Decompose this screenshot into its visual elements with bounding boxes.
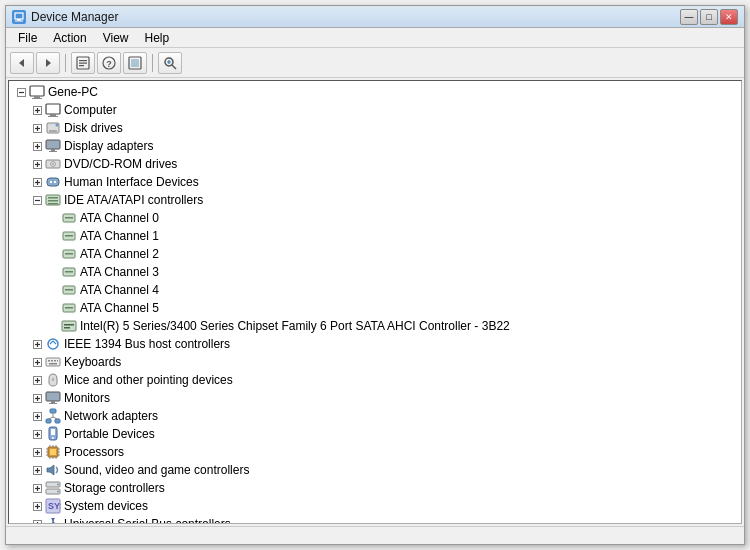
tree-item-gene-pc[interactable]: Gene-PC bbox=[9, 83, 741, 101]
expander-icon[interactable] bbox=[13, 84, 29, 100]
menu-file[interactable]: File bbox=[10, 29, 45, 47]
tree-item-ata-ch5[interactable]: ATA Channel 5 bbox=[9, 299, 741, 317]
expander-icon[interactable] bbox=[29, 174, 45, 190]
system-icon: SYS bbox=[45, 498, 61, 514]
menu-help[interactable]: Help bbox=[137, 29, 178, 47]
svg-rect-54 bbox=[48, 203, 58, 205]
tree-label: Intel(R) 5 Series/3400 Series Chipset Fa… bbox=[80, 319, 510, 333]
expander-icon[interactable] bbox=[45, 246, 61, 262]
tree-item-storage-controllers[interactable]: Storage controllers bbox=[9, 479, 741, 497]
expander-icon[interactable] bbox=[29, 192, 45, 208]
tree-label: ATA Channel 1 bbox=[80, 229, 159, 243]
tree-item-ata-ch2[interactable]: ATA Channel 2 bbox=[9, 245, 741, 263]
expander-icon[interactable] bbox=[29, 426, 45, 442]
tree-item-ata-ch1[interactable]: ATA Channel 1 bbox=[9, 227, 741, 245]
expander-icon[interactable] bbox=[29, 480, 45, 496]
tree-label: Computer bbox=[64, 103, 117, 117]
expander-icon[interactable] bbox=[45, 282, 61, 298]
tree-item-processors[interactable]: Processors bbox=[9, 443, 741, 461]
expander-icon[interactable] bbox=[45, 300, 61, 316]
tree-item-disk-drives[interactable]: Disk drives bbox=[9, 119, 741, 137]
tree-panel[interactable]: Gene-PCComputerDisk drivesDisplay adapte… bbox=[8, 80, 742, 524]
tree-item-keyboards[interactable]: Keyboards bbox=[9, 353, 741, 371]
tree-item-system-devices[interactable]: SYSSystem devices bbox=[9, 497, 741, 515]
svg-rect-64 bbox=[65, 289, 73, 291]
svg-marker-145 bbox=[51, 518, 55, 521]
tree-item-ide-ata[interactable]: IDE ATA/ATAPI controllers bbox=[9, 191, 741, 209]
tree-item-human-interface[interactable]: Human Interface Devices bbox=[9, 173, 741, 191]
help-button[interactable]: ? bbox=[97, 52, 121, 74]
tree-item-sound-video[interactable]: Sound, video and game controllers bbox=[9, 461, 741, 479]
svg-rect-67 bbox=[62, 321, 76, 331]
app-icon bbox=[12, 10, 26, 24]
tree-item-ieee1394[interactable]: IEEE 1394 Bus host controllers bbox=[9, 335, 741, 353]
svg-rect-97 bbox=[46, 419, 51, 423]
tree-item-ata-ch0[interactable]: ATA Channel 0 bbox=[9, 209, 741, 227]
expander-icon[interactable] bbox=[45, 318, 61, 334]
svg-rect-0 bbox=[15, 13, 23, 19]
maximize-button[interactable]: □ bbox=[700, 9, 718, 25]
svg-rect-8 bbox=[79, 65, 84, 66]
tree-item-ata-ch3[interactable]: ATA Channel 3 bbox=[9, 263, 741, 281]
expander-icon[interactable] bbox=[29, 498, 45, 514]
window-controls: — □ ✕ bbox=[680, 9, 738, 25]
tree-label: Sound, video and game controllers bbox=[64, 463, 249, 477]
tree-item-computer[interactable]: Computer bbox=[9, 101, 741, 119]
sound-icon bbox=[45, 462, 61, 478]
properties-button[interactable] bbox=[71, 52, 95, 74]
expander-icon[interactable] bbox=[29, 408, 45, 424]
device-manager-window: Device Manager — □ ✕ File Action View He… bbox=[5, 5, 745, 545]
scan-button[interactable] bbox=[158, 52, 182, 74]
svg-rect-7 bbox=[79, 62, 87, 63]
expander-icon[interactable] bbox=[29, 336, 45, 352]
expander-icon[interactable] bbox=[29, 102, 45, 118]
expander-icon[interactable] bbox=[29, 156, 45, 172]
tree-label: ATA Channel 4 bbox=[80, 283, 159, 297]
tree-item-dvd-cdrom[interactable]: DVD/CD-ROM drives bbox=[9, 155, 741, 173]
expander-icon[interactable] bbox=[45, 228, 61, 244]
tree-item-usb[interactable]: Universal Serial Bus controllers bbox=[9, 515, 741, 524]
tree-item-mice[interactable]: Mice and other pointing devices bbox=[9, 371, 741, 389]
back-button[interactable] bbox=[10, 52, 34, 74]
tree-item-intel-sata[interactable]: Intel(R) 5 Series/3400 Series Chipset Fa… bbox=[9, 317, 741, 335]
svg-rect-23 bbox=[50, 114, 56, 116]
expander-icon[interactable] bbox=[29, 138, 45, 154]
expander-icon[interactable] bbox=[29, 516, 45, 524]
minimize-button[interactable]: — bbox=[680, 9, 698, 25]
close-button[interactable]: ✕ bbox=[720, 9, 738, 25]
tree-label: Gene-PC bbox=[48, 85, 98, 99]
update-button[interactable] bbox=[123, 52, 147, 74]
title-bar: Device Manager — □ ✕ bbox=[6, 6, 744, 28]
toolbar-sep-1 bbox=[65, 54, 66, 72]
expander-icon[interactable] bbox=[29, 372, 45, 388]
expander-icon[interactable] bbox=[29, 390, 45, 406]
svg-rect-56 bbox=[65, 217, 73, 219]
expander-icon[interactable] bbox=[45, 264, 61, 280]
expander-icon[interactable] bbox=[29, 462, 45, 478]
tree-item-display-adapters[interactable]: Display adapters bbox=[9, 137, 741, 155]
tree-label: Display adapters bbox=[64, 139, 153, 153]
pci-icon bbox=[61, 318, 77, 334]
window-title: Device Manager bbox=[31, 10, 118, 24]
svg-rect-53 bbox=[48, 200, 58, 202]
computer-small-icon bbox=[45, 102, 61, 118]
expander-icon[interactable] bbox=[45, 210, 61, 226]
tree-item-portable-devices[interactable]: Portable Devices bbox=[9, 425, 741, 443]
menu-view[interactable]: View bbox=[95, 29, 137, 47]
ata-icon bbox=[61, 300, 77, 316]
tree-label: Human Interface Devices bbox=[64, 175, 199, 189]
expander-icon[interactable] bbox=[29, 120, 45, 136]
tree-item-ata-ch4[interactable]: ATA Channel 4 bbox=[9, 281, 741, 299]
svg-point-107 bbox=[52, 437, 54, 439]
svg-rect-12 bbox=[131, 59, 139, 67]
usb-icon bbox=[45, 516, 61, 524]
tree-label: Portable Devices bbox=[64, 427, 155, 441]
svg-point-30 bbox=[56, 124, 59, 127]
expander-icon[interactable] bbox=[29, 354, 45, 370]
menu-action[interactable]: Action bbox=[45, 29, 94, 47]
forward-button[interactable] bbox=[36, 52, 60, 74]
expander-icon[interactable] bbox=[29, 444, 45, 460]
tree-item-monitors[interactable]: Monitors bbox=[9, 389, 741, 407]
tree-item-network-adapters[interactable]: Network adapters bbox=[9, 407, 741, 425]
portable-icon bbox=[45, 426, 61, 442]
